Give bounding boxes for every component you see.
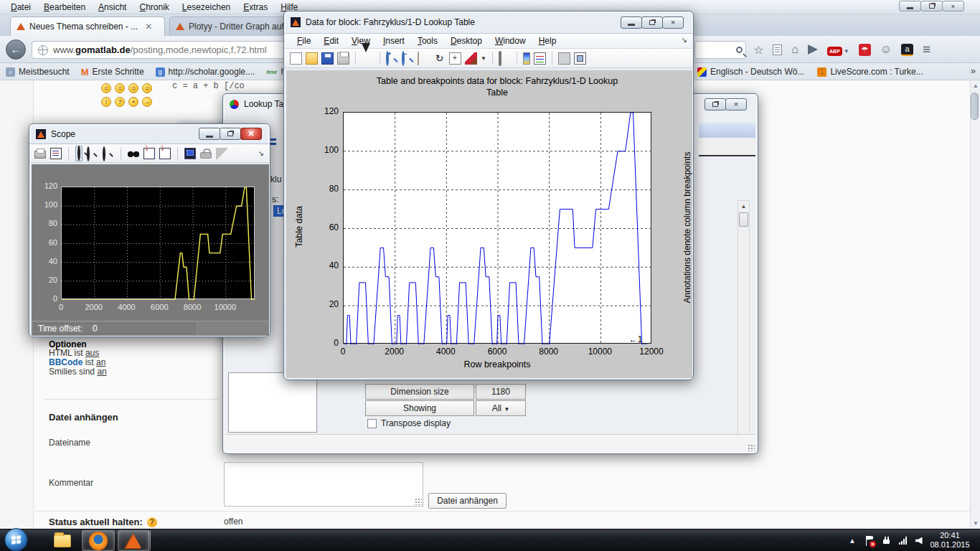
taskbar-matlab-button[interactable] — [118, 530, 151, 551]
breakpoint-list-box[interactable] — [228, 372, 317, 433]
smilies-state-link[interactable]: an — [97, 367, 106, 377]
smiley-icon[interactable]: ☺ — [142, 83, 152, 93]
table-scrollbar[interactable]: ▲ ▼ — [738, 200, 750, 446]
bookmarks-menu-icon[interactable] — [773, 44, 782, 55]
close-button[interactable]: ✕ — [240, 128, 262, 140]
pan-icon[interactable] — [418, 52, 419, 65]
chat-smiley-icon[interactable]: ☺ — [880, 43, 892, 56]
menubar-item[interactable]: Lesezeichen — [177, 1, 235, 13]
scope-titlebar[interactable]: Scope ✕ — [29, 124, 270, 143]
tab-close-icon[interactable]: ✕ — [145, 22, 152, 32]
bookmark-livescore[interactable]: ⁚LiveScore.com : Turke... — [817, 67, 923, 77]
menu-hamburger-icon[interactable]: ≡ — [923, 42, 930, 57]
smiley-icon[interactable]: ☺ — [115, 83, 125, 93]
smiley-icon[interactable]: ☺ — [101, 83, 111, 93]
brush-dropdown-icon[interactable]: ▼ — [481, 55, 486, 62]
search-input[interactable] — [694, 41, 746, 59]
adblock-button[interactable]: ABP▼ — [827, 43, 849, 56]
menubar-item[interactable]: Datei — [6, 1, 36, 13]
brush-icon[interactable] — [465, 52, 477, 65]
home-icon[interactable]: ⌂ — [791, 43, 798, 56]
open-file-icon[interactable] — [306, 52, 318, 65]
restore-button[interactable] — [641, 17, 663, 29]
new-figure-icon[interactable] — [290, 52, 302, 65]
scroll-up-icon[interactable]: ▲ — [971, 80, 980, 91]
action-center-icon[interactable]: ✕ — [864, 536, 874, 546]
menubar-item[interactable]: Desktop — [445, 35, 488, 47]
smiley-icon[interactable]: • — [128, 97, 138, 107]
bookmark-star-icon[interactable]: ☆ — [753, 43, 763, 57]
toolbar-chevron-icon[interactable]: ↘ — [258, 149, 264, 157]
restore-button[interactable] — [220, 128, 241, 140]
taskbar-clock[interactable]: 20:41 08.01.2015 — [924, 531, 976, 550]
avira-icon[interactable]: ☂ — [859, 44, 871, 56]
restore-button[interactable] — [920, 1, 943, 11]
menubar-item[interactable]: Chronik — [134, 1, 174, 13]
smiley-icon[interactable]: → — [142, 97, 152, 107]
bookmark-scholar[interactable]: ghttp://scholar.google.... — [156, 67, 255, 77]
amazon-icon[interactable]: a — [901, 44, 913, 56]
chevron-down-icon[interactable]: ▼ — [844, 48, 849, 55]
menubar-item[interactable]: Bearbeiten — [39, 1, 90, 13]
attach-file-button[interactable]: Datei anhängen — [428, 493, 507, 509]
menubar-chevron-icon[interactable]: ↘ — [682, 36, 687, 44]
send-tab-icon[interactable] — [808, 44, 818, 55]
pointer-icon[interactable] — [362, 43, 370, 65]
close-button[interactable]: × — [662, 17, 684, 29]
menubar-item[interactable]: Insert — [377, 35, 410, 47]
transpose-checkbox[interactable] — [367, 419, 377, 428]
network-signal-icon[interactable] — [899, 537, 907, 545]
taskbar-firefox-button[interactable] — [82, 530, 115, 551]
tray-expand-icon[interactable]: ▲ — [849, 537, 856, 545]
adblock-icon[interactable]: ABP — [827, 47, 842, 56]
smiley-icon[interactable]: ☺ — [128, 83, 138, 93]
bookmark-meistbesucht[interactable]: ⌕Meistbesucht — [6, 67, 70, 77]
save-axes-icon[interactable] — [143, 148, 155, 159]
plot-browser-icon[interactable] — [574, 52, 586, 65]
close-button[interactable]: × — [725, 98, 747, 110]
close-button[interactable]: × — [942, 1, 964, 11]
minimize-button[interactable] — [199, 128, 220, 140]
minimize-button[interactable] — [899, 1, 921, 11]
autoscale-icon[interactable] — [128, 148, 139, 159]
volume-icon[interactable] — [915, 537, 923, 545]
smiley-icon[interactable]: ? — [115, 97, 125, 107]
page-scrollbar[interactable]: ▲ ▼ — [970, 80, 980, 529]
menubar-item[interactable]: Ansicht — [93, 1, 131, 13]
start-button[interactable] — [4, 528, 28, 551]
help-icon[interactable]: ? — [147, 517, 157, 527]
smiley-icon[interactable]: ! — [101, 97, 111, 107]
zoom-button-pressed[interactable] — [75, 146, 83, 161]
menubar-item[interactable]: Window — [489, 35, 532, 47]
link-plot-icon[interactable] — [499, 51, 501, 66]
menubar-item[interactable]: Help — [533, 35, 562, 47]
figure-window[interactable]: Data for block: Fahrzyklus/1-D Lookup Ta… — [283, 11, 694, 380]
bookmarks-overflow-chevron[interactable]: » — [971, 65, 976, 76]
site-identity-icon[interactable] — [38, 45, 48, 55]
search-icon[interactable] — [736, 47, 743, 53]
resize-grip[interactable] — [415, 498, 422, 505]
restore-button[interactable] — [705, 98, 726, 110]
data-cursor-icon[interactable] — [449, 52, 461, 65]
parameters-icon[interactable] — [50, 148, 62, 159]
save-figure-icon[interactable] — [321, 52, 334, 65]
menubar-item[interactable]: View — [346, 35, 376, 47]
bbcode-state-link[interactable]: an — [96, 357, 105, 367]
zoom-out-icon[interactable]: − — [402, 51, 405, 66]
floating-scope-icon[interactable] — [184, 148, 196, 159]
bookmark-erste-schritte[interactable]: MErste Schritte — [81, 67, 144, 77]
menubar-item[interactable]: Extras — [238, 1, 273, 13]
insert-legend-icon[interactable] — [534, 52, 546, 65]
html-state-link[interactable]: aus — [85, 348, 99, 358]
tab-neues-thema[interactable]: Neues Thema schreiben - ... ✕ — [10, 17, 165, 36]
kommentar-textarea[interactable] — [224, 462, 423, 507]
restore-axes-icon[interactable] — [159, 148, 171, 159]
zoom-in-icon[interactable]: + — [386, 51, 389, 66]
scroll-down-icon[interactable]: ▼ — [971, 518, 980, 529]
figure-titlebar[interactable]: Data for block: Fahrzyklus/1-D Lookup Ta… — [284, 11, 693, 33]
rotate-3d-icon[interactable]: ↻ — [433, 52, 446, 65]
menubar-item[interactable]: Edit — [318, 35, 344, 47]
scrollbar-thumb[interactable] — [739, 212, 748, 227]
showing-dropdown[interactable]: All ▼ — [476, 400, 526, 416]
insert-colorbar-icon[interactable] — [523, 52, 530, 65]
